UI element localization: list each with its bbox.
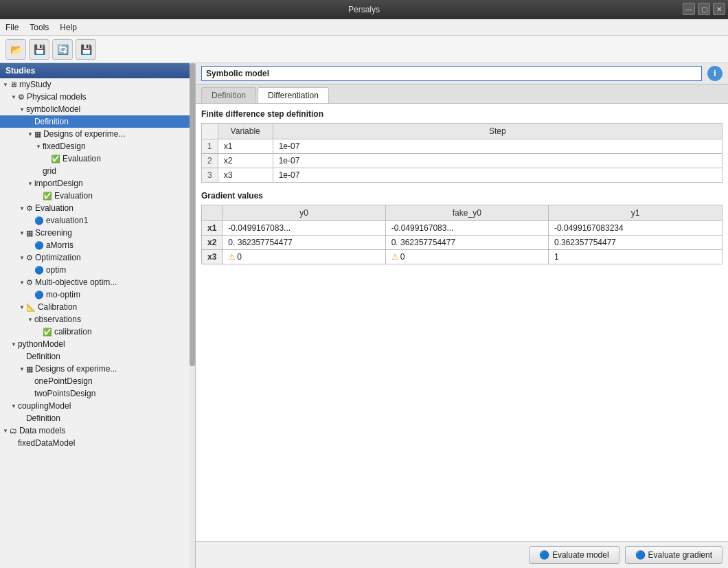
evaluate-gradient-button[interactable]: 🔵 Evaluate gradient	[625, 546, 723, 564]
sidebar-scrollbar-thumb[interactable]	[190, 63, 195, 366]
tree-item[interactable]: ▼▦Designs of experime...	[0, 363, 195, 375]
content-body: Finite difference step definition Variab…	[196, 104, 728, 541]
tree-item[interactable]: ▼onePointDesign	[0, 375, 195, 387]
tree-item-icon: 🔵	[34, 241, 44, 250]
expand-arrow[interactable]: ▼	[19, 205, 25, 212]
tab-definition[interactable]: Definition	[201, 87, 256, 103]
gradient-body: x1 -0.0499167083... -0.0499167083... -0.…	[202, 221, 723, 264]
table-header-step: Step	[273, 124, 722, 139]
expand-arrow[interactable]: ▼	[19, 230, 25, 236]
tree-item-label: Definition	[26, 352, 60, 361]
tree-item-label: twoPointsDesign	[34, 389, 95, 398]
evaluate-gradient-label: Evaluate gradient	[648, 550, 712, 560]
tree-item[interactable]: ▼🔵aMorris	[0, 239, 195, 251]
tree-item[interactable]: ▼⚙Optimization	[0, 251, 195, 264]
tree-item[interactable]: ▼⚙Physical models	[0, 91, 195, 103]
tree-item[interactable]: ▼Definition	[0, 115, 195, 128]
tree-item[interactable]: ▼✅Evaluation	[0, 152, 195, 165]
tree-item[interactable]: ▼Definition	[0, 412, 195, 424]
tree-item[interactable]: ▼🗂Data models	[0, 424, 195, 437]
expand-arrow[interactable]: ▼	[27, 131, 33, 137]
gradient-row: x1 -0.0499167083... -0.0499167083... -0.…	[202, 221, 723, 236]
tree-item-icon: ▦	[34, 130, 41, 139]
expand-arrow[interactable]: ▼	[27, 181, 33, 187]
new-button[interactable]: 📂	[5, 39, 26, 60]
file-menu[interactable]: File	[5, 23, 19, 32]
tree-item[interactable]: ▼▦Screening	[0, 227, 195, 239]
gradient-row-y1: 0.362357754477	[548, 236, 722, 250]
tree-item[interactable]: ▼⚙Multi-objective optim...	[0, 276, 195, 288]
tree-item[interactable]: ▼🔵mo-optim	[0, 288, 195, 301]
tree-item-label: Designs of experime...	[43, 129, 125, 139]
gradient-row-y1: -0.0499167083234	[548, 221, 722, 236]
tree-item[interactable]: ▼observations	[0, 313, 195, 326]
tree-item[interactable]: ▼twoPointsDesign	[0, 387, 195, 400]
gradient-row-y0: -0.0499167083...	[223, 221, 385, 236]
tree-item-label: calibration	[54, 327, 92, 337]
tabs: Definition Differentiation	[196, 84, 728, 104]
expand-arrow[interactable]: ▼	[19, 255, 25, 261]
close-button[interactable]: ✕	[713, 3, 725, 15]
tree-item[interactable]: ▼📐Calibration	[0, 301, 195, 313]
footer-bar: 🔵 Evaluate model 🔵 Evaluate gradient	[196, 541, 728, 568]
evaluate-model-button[interactable]: 🔵 Evaluate model	[529, 546, 619, 564]
gradient-row-y0: 0. 362357754477	[223, 236, 385, 250]
table-row: 1 x1 1e-07	[202, 139, 723, 154]
tree-item[interactable]: ▼importDesign	[0, 177, 195, 190]
tree-item-icon: ✅	[51, 155, 60, 163]
row-num: 3	[202, 168, 218, 183]
expand-arrow[interactable]: ▼	[19, 106, 25, 113]
tree-item-label: couplingModel	[18, 401, 71, 411]
expand-arrow[interactable]: ▼	[3, 428, 8, 434]
expand-arrow[interactable]: ▼	[3, 82, 8, 88]
open-button[interactable]: 💾	[29, 39, 49, 60]
tab-differentiation[interactable]: Differentiation	[258, 87, 329, 103]
expand-arrow[interactable]: ▼	[27, 317, 33, 323]
tree-item[interactable]: ▼🔵optim	[0, 264, 195, 276]
tree-item[interactable]: ▼⚙Evaluation	[0, 202, 195, 214]
expand-arrow[interactable]: ▼	[11, 403, 16, 409]
maximize-button[interactable]: ▢	[698, 3, 710, 15]
tree-item-label: Evaluation	[35, 203, 73, 213]
tree-item[interactable]: ▼🖥myStudy	[0, 78, 195, 91]
table-header-variable: Variable	[218, 124, 273, 139]
reload-button[interactable]: 🔄	[52, 39, 73, 60]
expand-arrow[interactable]: ▼	[19, 366, 25, 372]
gradient-row-fakey0: -0.0499167083...	[385, 221, 548, 236]
tree-item[interactable]: ▼grid	[0, 165, 195, 177]
expand-arrow[interactable]: ▼	[19, 280, 25, 286]
tree-item[interactable]: ▼🔵evaluation1	[0, 214, 195, 227]
window-controls: — ▢ ✕	[683, 3, 725, 15]
expand-arrow[interactable]: ▼	[36, 144, 41, 150]
info-button[interactable]: i	[707, 66, 723, 81]
minimize-button[interactable]: —	[683, 3, 695, 15]
tree-item[interactable]: ▼Definition	[0, 350, 195, 363]
tree-item[interactable]: ▼✅calibration	[0, 326, 195, 338]
tools-menu[interactable]: Tools	[30, 23, 49, 32]
tree-item[interactable]: ▼pythonModel	[0, 338, 195, 350]
tree-item[interactable]: ▼▦Designs of experime...	[0, 128, 195, 140]
tree-item[interactable]: ▼fixedDesign	[0, 140, 195, 152]
save-button[interactable]: 💾	[76, 39, 96, 60]
evaluate-gradient-icon: 🔵	[635, 550, 646, 560]
row-variable: x3	[218, 168, 273, 183]
expand-arrow[interactable]: ▼	[11, 341, 16, 348]
finite-diff-table: Variable Step 1 x1 1e-07 2 x2 1e-07 3 x3…	[201, 123, 723, 183]
tree-item[interactable]: ▼✅Evaluation	[0, 190, 195, 202]
tree-item-label: mo-optim	[46, 290, 80, 299]
tree-item[interactable]: ▼fixedDataModel	[0, 437, 195, 449]
expand-arrow[interactable]: ▼	[11, 94, 16, 100]
help-menu[interactable]: Help	[60, 23, 77, 32]
tree-item-label: Optimization	[35, 253, 81, 262]
sidebar: Studies ▼🖥myStudy▼⚙Physical models▼symbo…	[0, 63, 196, 568]
sidebar-header: Studies	[0, 63, 195, 78]
expand-arrow[interactable]: ▼	[19, 304, 25, 310]
row-variable: x1	[218, 139, 273, 154]
row-variable: x2	[218, 154, 273, 168]
gradient-header-label	[202, 205, 223, 221]
tree-item[interactable]: ▼symbolicModel	[0, 103, 195, 115]
tree-item[interactable]: ▼couplingModel	[0, 400, 195, 412]
content-header: Symbolic model i	[196, 63, 728, 84]
tree-item-label: Multi-objective optim...	[35, 277, 117, 287]
sidebar-scrollbar[interactable]	[190, 63, 195, 568]
